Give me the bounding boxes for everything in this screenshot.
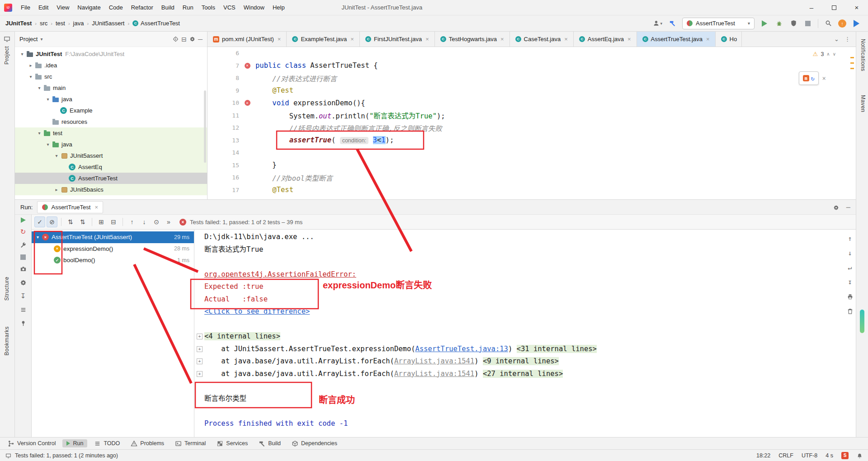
- editor-line[interactable]: 12 //括号内表达式正确则断言正确,反之则断言失败: [208, 122, 856, 134]
- editor-line[interactable]: 16 //对bool类型断言: [208, 171, 856, 184]
- more-options-button[interactable]: »: [163, 216, 174, 227]
- tab-close-icon[interactable]: ×: [425, 36, 429, 42]
- run-button[interactable]: [760, 19, 769, 28]
- tab-close-icon[interactable]: ×: [350, 36, 354, 42]
- breadcrumb-item[interactable]: JUnitTest: [5, 20, 33, 27]
- menu-tools[interactable]: Tools: [198, 0, 219, 15]
- plugin-icon[interactable]: [852, 19, 861, 28]
- next-warning-icon[interactable]: ∨: [833, 52, 836, 56]
- test-failed-gutter-icon[interactable]: ×: [245, 63, 250, 69]
- menu-navigate[interactable]: Navigate: [73, 0, 104, 15]
- project-tree-item[interactable]: ▸JUnit5basics: [15, 184, 207, 195]
- breadcrumb-item[interactable]: JUnit5assert: [91, 20, 125, 27]
- expand-all-button[interactable]: ⊞: [96, 216, 107, 227]
- tab-close-icon[interactable]: ×: [278, 36, 281, 42]
- menu-view[interactable]: View: [52, 0, 73, 15]
- maven-reload-button[interactable]: m ↻: [799, 71, 819, 85]
- editor-tab[interactable]: CExampleTest.java×: [287, 32, 359, 47]
- hidden-tabs-icon[interactable]: ⌄: [834, 36, 839, 42]
- editor-line[interactable]: 13 assertTrue( condition: 3<1);: [208, 134, 856, 147]
- warning-stripe-mark[interactable]: [850, 57, 854, 58]
- stop-button[interactable]: [803, 19, 812, 28]
- test-settings-button[interactable]: [19, 241, 28, 250]
- project-tree-item[interactable]: ▾java: [15, 94, 207, 105]
- toolwindow-todo[interactable]: TODO: [90, 439, 124, 448]
- menu-edit[interactable]: Edit: [34, 0, 52, 15]
- build-project-button[interactable]: [668, 19, 677, 28]
- debug-button[interactable]: [774, 19, 783, 28]
- scrollbar[interactable]: [204, 90, 206, 163]
- editor-line[interactable]: 8 //对表达式进行断言: [208, 72, 856, 85]
- project-tree-item[interactable]: ▾src: [15, 71, 207, 82]
- editor-line[interactable]: 17 @Test: [208, 184, 856, 197]
- console-link[interactable]: ArrayList.java:1541: [394, 357, 474, 365]
- toolwindow-terminal[interactable]: Terminal: [171, 439, 210, 448]
- tree-chevron-icon[interactable]: ▾: [27, 74, 34, 79]
- menu-help[interactable]: Help: [269, 0, 289, 15]
- project-toolwindow-icon[interactable]: [4, 35, 10, 42]
- collapse-all-button[interactable]: ⊟: [108, 216, 119, 227]
- editor-line[interactable]: 18✓ void boolDemo(){: [208, 196, 856, 199]
- tab-close-icon[interactable]: ×: [627, 36, 631, 42]
- editor-line[interactable]: 15 }: [208, 159, 856, 172]
- fold-expand-icon[interactable]: +: [197, 371, 203, 377]
- test-history-button[interactable]: ⊙: [151, 216, 162, 227]
- editor-tab[interactable]: CCaseTest.java×: [510, 32, 574, 47]
- breadcrumb-item[interactable]: src: [39, 20, 48, 27]
- code-editor[interactable]: 67×public class AssertTrueTest {8 //对表达式…: [208, 47, 856, 199]
- run-tab[interactable]: AssertTrueTest ×: [37, 201, 103, 213]
- fold-expand-icon[interactable]: +: [197, 358, 203, 364]
- hide-panel-button[interactable]: ─: [846, 204, 850, 211]
- project-tree-item[interactable]: ▾JUnitTestF:\JavaCode\JUnitTest: [15, 48, 207, 60]
- editor-line[interactable]: 9 @Test: [208, 85, 856, 97]
- status-icon[interactable]: [5, 452, 11, 458]
- toolwindow-build[interactable]: Build: [255, 439, 285, 448]
- locate-file-button[interactable]: [173, 36, 179, 42]
- editor-line[interactable]: 11 System.out.println("断言表达式为True");: [208, 109, 856, 122]
- tab-close-icon[interactable]: ×: [564, 36, 568, 42]
- editor-tab[interactable]: CHo: [716, 32, 742, 47]
- stripe-bookmarks[interactable]: Bookmarks: [4, 326, 10, 356]
- test-failed-gutter-icon[interactable]: ×: [245, 100, 250, 106]
- user-button[interactable]: ▾: [653, 19, 662, 28]
- console-link[interactable]: <Click to see difference>: [204, 307, 310, 315]
- rerun-button[interactable]: [21, 217, 26, 223]
- collapse-all-button[interactable]: ⊟: [181, 36, 187, 43]
- console-link[interactable]: org.opentest4j.AssertionFailedError:: [204, 270, 356, 278]
- close-button[interactable]: ×: [845, 0, 868, 15]
- tab-close-icon[interactable]: ×: [500, 36, 504, 42]
- menu-run[interactable]: Run: [179, 0, 198, 15]
- line-ending-indicator[interactable]: CRLF: [778, 452, 793, 459]
- tree-chevron-icon[interactable]: ▾: [19, 52, 26, 56]
- menu-refactor[interactable]: Refactor: [127, 0, 157, 15]
- run-console[interactable]: D:\jdk-11\bin\java.exe ...断言表达式为Trueorg.…: [194, 230, 856, 437]
- import-test-results-button[interactable]: ↧: [19, 292, 28, 301]
- project-tree-item[interactable]: resources: [15, 116, 207, 127]
- stripe-structure[interactable]: Structure: [4, 277, 10, 301]
- print-button[interactable]: [845, 292, 854, 301]
- encoding-indicator[interactable]: UTF-8: [802, 452, 817, 459]
- stripe-project[interactable]: Project: [4, 46, 10, 65]
- stripe-notifications[interactable]: Notifications: [860, 39, 866, 71]
- project-tree-item[interactable]: CAssertEq: [15, 161, 207, 173]
- fold-expand-icon[interactable]: +: [197, 346, 203, 352]
- project-tree-item[interactable]: ▸.idea: [15, 60, 207, 71]
- clear-console-button[interactable]: [845, 306, 854, 315]
- editor-line[interactable]: 10× void expressionDemo(){: [208, 97, 856, 109]
- toolwindow-dependencies[interactable]: Dependencies: [288, 439, 341, 448]
- menu-build[interactable]: Build: [157, 0, 179, 15]
- dismiss-icon[interactable]: ×: [822, 75, 826, 82]
- tree-chevron-icon[interactable]: ▾: [36, 131, 43, 136]
- tree-chevron-icon[interactable]: ▾: [36, 85, 43, 90]
- editor-tab[interactable]: CTestHogwarts.java×: [435, 32, 510, 47]
- panel-settings-button[interactable]: [189, 36, 195, 42]
- project-tree-item[interactable]: ▾java: [15, 139, 207, 150]
- ime-icon[interactable]: S: [841, 452, 849, 459]
- breadcrumb-item[interactable]: java: [72, 20, 85, 27]
- editor-line[interactable]: 7×public class AssertTrueTest {: [208, 60, 856, 72]
- show-ignored-button[interactable]: ⊘: [47, 216, 57, 227]
- tab-close-icon[interactable]: ×: [706, 36, 710, 42]
- toolwindow-services[interactable]: Services: [212, 439, 252, 448]
- test-tree-item[interactable]: ▾×AssertTrueTest (JUnit5assert)29 ms: [32, 231, 194, 243]
- run-configuration-select[interactable]: AssertTrueTest ▾: [682, 18, 755, 29]
